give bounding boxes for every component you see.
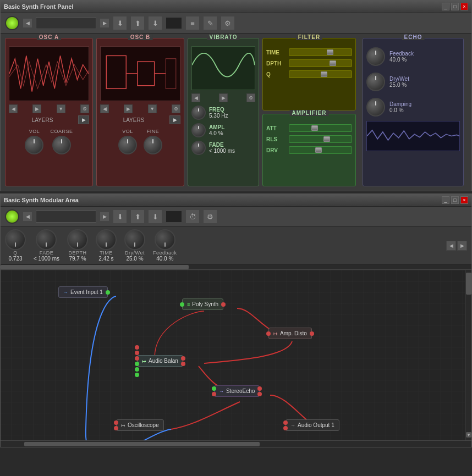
- node-amp-disto[interactable]: ↦ Amp. Disto: [268, 328, 312, 339]
- node-event-input[interactable]: → Event Input 1: [58, 286, 108, 298]
- node-stereoecho-out2[interactable]: [257, 392, 262, 396]
- node-audio-balan-in3[interactable]: [135, 356, 139, 361]
- param-strip-prev[interactable]: ◀: [446, 241, 456, 251]
- node-audio-output-in2[interactable]: [283, 426, 288, 430]
- node-audio-output[interactable]: → Audio Output 1: [286, 419, 339, 431]
- modular-export-btn[interactable]: ⬆: [130, 209, 145, 224]
- modular-import-btn[interactable]: ⬇: [113, 209, 127, 224]
- node-poly-synth-in-dot[interactable]: [180, 302, 184, 307]
- node-audio-balan-out1[interactable]: [181, 356, 185, 361]
- osc-b-fine-knob[interactable]: [144, 136, 162, 154]
- osc-a-settings-btn[interactable]: ⚙: [80, 104, 89, 113]
- osc-b-prev-btn[interactable]: ◀: [100, 104, 109, 113]
- node-poly-synth-out-dot[interactable]: [221, 302, 226, 307]
- osc-b-down-btn[interactable]: ▼: [148, 104, 157, 113]
- vibrato-freq-knob[interactable]: [191, 106, 206, 120]
- osc-a-next-btn[interactable]: ▶: [32, 104, 41, 113]
- modular-vscroll[interactable]: ▼: [465, 270, 471, 440]
- osc-a-down-btn[interactable]: ▼: [57, 104, 65, 113]
- node-stereoecho-out1[interactable]: [257, 386, 262, 391]
- param-strip-next[interactable]: ▶: [457, 241, 467, 251]
- param-time-knob[interactable]: [96, 229, 117, 250]
- vibrato-ampl-knob[interactable]: [191, 123, 206, 137]
- osc-b-layers-btn[interactable]: ▶: [169, 115, 180, 124]
- node-audio-output-in1[interactable]: [283, 420, 288, 425]
- echo-feedback-knob[interactable]: [366, 47, 385, 66]
- vibrato-ampl-value: 4.0 %: [209, 130, 224, 136]
- front-panel-save-btn[interactable]: ⬇: [148, 16, 162, 30]
- node-audio-balan-in4[interactable]: [135, 362, 139, 366]
- front-panel-restore-btn[interactable]: □: [451, 3, 459, 10]
- node-stereoecho-in-dot[interactable]: [212, 386, 216, 391]
- echo-damping-knob[interactable]: [366, 98, 385, 117]
- osc-a-prev-btn[interactable]: ◀: [9, 104, 18, 113]
- osc-b-next-btn[interactable]: ▶: [124, 104, 133, 113]
- front-panel-nav-next[interactable]: ▶: [100, 18, 109, 28]
- vibrato-settings-btn[interactable]: ⚙: [246, 93, 255, 102]
- param-feedback-knob[interactable]: [155, 229, 175, 250]
- node-event-input-out-dot[interactable]: [106, 290, 110, 295]
- modular-save-btn[interactable]: ⬇: [148, 209, 162, 224]
- amp-rls-slider[interactable]: [289, 135, 352, 143]
- front-panel-nav-prev[interactable]: ◀: [23, 18, 32, 28]
- front-panel-close-btn[interactable]: ×: [460, 3, 468, 10]
- amp-att-slider[interactable]: [289, 124, 352, 132]
- param-depth-knob[interactable]: [67, 229, 88, 250]
- node-stereoecho-in-dot2[interactable]: [212, 392, 216, 396]
- modular-canvas[interactable]: → Event Input 1 ≡ Poly Synth ↦: [1, 270, 471, 440]
- filter-time-slider[interactable]: [289, 48, 352, 56]
- node-stereoecho[interactable]: → StereoEcho: [214, 385, 260, 397]
- modular-power-btn[interactable]: [5, 209, 19, 224]
- front-panel-midi-btn[interactable]: ≡: [185, 16, 200, 30]
- echo-feedback-row: Feedback 40.0 %: [366, 45, 460, 66]
- modular-bottom-hscroll[interactable]: [1, 440, 471, 447]
- osc-a-vol-knob[interactable]: [25, 136, 43, 154]
- amp-drv-slider[interactable]: [289, 146, 352, 154]
- front-panel-preset-num[interactable]: 0: [166, 17, 182, 29]
- modular-nav-next[interactable]: ▶: [100, 212, 109, 222]
- node-amp-disto-in-dot[interactable]: [266, 331, 271, 336]
- front-panel-preset-name[interactable]: Basic Synth: [36, 17, 96, 29]
- node-audio-balan-in1[interactable]: [135, 345, 139, 350]
- param-drywet-knob[interactable]: [124, 229, 145, 250]
- node-audio-balan[interactable]: ↦ Audio Balan: [137, 355, 183, 367]
- front-panel-settings-btn[interactable]: ⚙: [221, 16, 235, 30]
- modular-preset-name[interactable]: Basic Synth: [36, 211, 96, 223]
- osc-b-vol-knob[interactable]: [118, 136, 137, 154]
- node-oscilloscope-in2[interactable]: [114, 426, 118, 430]
- param-fade-knob[interactable]: [36, 229, 57, 250]
- front-panel-edit-btn[interactable]: ✎: [203, 16, 217, 30]
- osc-a-layers-btn[interactable]: ▶: [78, 115, 89, 124]
- front-panel-import-btn[interactable]: ⬇: [113, 16, 127, 30]
- node-oscilloscope-in1[interactable]: [114, 420, 118, 425]
- modular-settings-btn[interactable]: ⚙: [203, 209, 217, 224]
- filter-amp-col: FILTER TIME DPTH Q: [262, 38, 359, 186]
- node-audio-balan-in2[interactable]: [135, 351, 139, 355]
- modular-preset-num[interactable]: 0: [166, 211, 182, 223]
- front-panel-minimize-btn[interactable]: _: [442, 3, 449, 10]
- filter-q-slider[interactable]: [289, 70, 352, 78]
- node-audio-balan-in6[interactable]: [135, 373, 139, 377]
- osc-a-coarse-knob[interactable]: [52, 136, 71, 154]
- vibrato-fade-knob[interactable]: [191, 141, 206, 155]
- modular-restore-btn[interactable]: □: [451, 196, 459, 204]
- node-oscilloscope[interactable]: ↦ Oscilloscope: [116, 419, 164, 431]
- modular-close-btn[interactable]: ×: [460, 196, 468, 204]
- front-panel-power-btn[interactable]: [5, 16, 19, 30]
- filter-dpth-slider[interactable]: [289, 59, 352, 67]
- vibrato-prev-btn[interactable]: ◀: [191, 93, 200, 102]
- front-panel-export-btn[interactable]: ⬆: [130, 16, 145, 30]
- modular-hscroll[interactable]: [1, 264, 471, 270]
- modular-nav-prev[interactable]: ◀: [23, 212, 32, 222]
- modular-clock-btn[interactable]: ⏱: [185, 209, 200, 224]
- vibrato-next-btn[interactable]: ▶: [219, 93, 228, 102]
- node-poly-synth[interactable]: ≡ Poly Synth: [182, 298, 223, 310]
- echo-drywet-knob[interactable]: [366, 73, 385, 91]
- param-q-knob[interactable]: [5, 229, 26, 250]
- osc-b-fine-label: FINE: [147, 129, 160, 134]
- node-audio-balan-in5[interactable]: [135, 367, 139, 372]
- modular-minimize-btn[interactable]: _: [442, 196, 449, 204]
- osc-b-settings-btn[interactable]: ⚙: [172, 104, 180, 113]
- node-amp-disto-out-dot[interactable]: [310, 331, 314, 336]
- node-audio-balan-out2[interactable]: [181, 362, 185, 366]
